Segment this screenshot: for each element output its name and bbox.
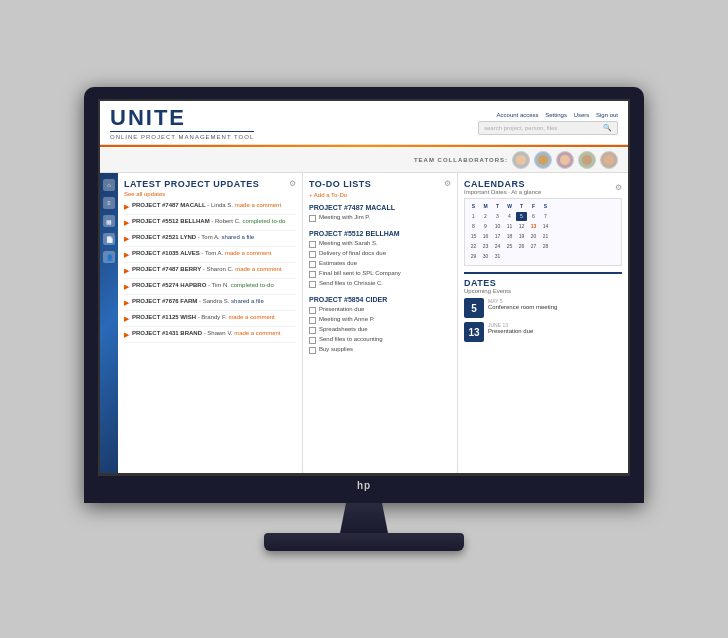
calendar-cell[interactable]: 22 (468, 242, 479, 251)
update-arrow: ▶ (124, 315, 129, 323)
calendar-cell[interactable]: 29 (468, 252, 479, 261)
calendar-subtitle: Important Dates · At a glance (464, 189, 541, 195)
todo-item-text: Final bill sent to SPL Company (319, 270, 401, 278)
calendar-cell[interactable]: 3 (492, 212, 503, 221)
calendar-cell[interactable]: 4 (504, 212, 515, 221)
sidebar-icon-home[interactable]: ⌂ (103, 179, 115, 191)
sidebar-icon-list[interactable]: ≡ (103, 197, 115, 209)
team-bar: TEAM COLLABORATORS: (100, 148, 628, 173)
calendar-cell[interactable]: 28 (540, 242, 551, 251)
calendar-cell[interactable]: 12 (516, 222, 527, 231)
todo-checkbox[interactable] (309, 281, 316, 288)
calendar-cell[interactable]: 6 (528, 212, 539, 221)
todo-item: Estimates due (309, 260, 451, 268)
calendar-cell[interactable]: 31 (492, 252, 503, 261)
calendar-cell[interactable]: 1 (468, 212, 479, 221)
calendar-cell[interactable] (504, 252, 515, 261)
todo-checkbox[interactable] (309, 347, 316, 354)
todo-item-text: Meeting with Anne P. (319, 316, 375, 324)
todo-gear-icon[interactable]: ⚙ (444, 179, 451, 188)
update-arrow: ▶ (124, 331, 129, 339)
calendar-cell[interactable]: 15 (468, 232, 479, 241)
updates-gear-icon[interactable]: ⚙ (289, 179, 296, 188)
calendar-grid: SMTWTFS123456789101112131415161718192021… (464, 198, 622, 266)
todo-item-text: Meeting with Sarah S. (319, 240, 378, 248)
calendar-cell: F (528, 202, 539, 211)
calendar-cell[interactable]: 26 (516, 242, 527, 251)
dates-subtitle: Upcoming Events (464, 288, 622, 294)
calendar-cell[interactable]: 27 (528, 242, 539, 251)
calendar-cell[interactable] (516, 252, 527, 261)
todo-project-title: PROJECT #7487 MACALL (309, 204, 451, 211)
calendar-cell[interactable]: 11 (504, 222, 515, 231)
todo-checkbox[interactable] (309, 327, 316, 334)
todo-checkbox[interactable] (309, 317, 316, 324)
sidebar-icon-file[interactable]: 📄 (103, 233, 115, 245)
calendar-cell[interactable]: 21 (540, 232, 551, 241)
update-item: ▶ PROJECT #5512 BELLHAM - Robert C. comp… (124, 215, 296, 231)
update-item: ▶ PROJECT #7487 BERRY - Sharon C. made a… (124, 263, 296, 279)
calendar-cell[interactable]: 5 (516, 212, 527, 221)
calendar-cell[interactable]: 10 (492, 222, 503, 231)
sidebar-icon-user[interactable]: 👤 (103, 251, 115, 263)
search-icon: 🔍 (603, 124, 612, 132)
todo-panel: TO-DO LISTS ⚙ + Add a To-Do PROJECT #748… (303, 173, 458, 473)
calendar-header: CALENDARS Important Dates · At a glance … (464, 179, 622, 195)
calendar-cell[interactable]: 16 (480, 232, 491, 241)
todo-item-text: Buy supplies (319, 346, 353, 354)
calendar-cell[interactable]: 8 (468, 222, 479, 231)
todo-item-text: Send files to Chrissie C. (319, 280, 383, 288)
calendar-cell[interactable]: 17 (492, 232, 503, 241)
calendar-row: 293031 (468, 252, 618, 261)
calendar-cell[interactable] (540, 252, 551, 261)
update-item: ▶ PROJECT #1125 WISH - Brandy F. made a … (124, 311, 296, 327)
todo-checkbox[interactable] (309, 271, 316, 278)
calendar-cell[interactable]: 20 (528, 232, 539, 241)
date-badge: 13 (464, 322, 484, 342)
todo-item: Meeting with Sarah S. (309, 240, 451, 248)
calendar-cell[interactable]: 2 (480, 212, 491, 221)
hp-logo: hp (357, 480, 371, 491)
sidebar-icon-calendar[interactable]: ▦ (103, 215, 115, 227)
todo-project-title: PROJECT #5512 BELLHAM (309, 230, 451, 237)
monitor-neck (334, 503, 394, 533)
calendar-cell[interactable]: 13 (528, 222, 539, 231)
add-todo-button[interactable]: + Add a To-Do (309, 192, 451, 198)
calendar-cell[interactable]: 19 (516, 232, 527, 241)
avatar-4[interactable] (578, 151, 596, 169)
calendar-cell[interactable]: 25 (504, 242, 515, 251)
signout-link[interactable]: Sign out (596, 112, 618, 118)
dates-title: DATES (464, 278, 622, 288)
updates-subtitle[interactable]: See all updates (124, 191, 259, 197)
calendar-cell[interactable]: 24 (492, 242, 503, 251)
settings-link[interactable]: Settings (545, 112, 567, 118)
calendar-cell[interactable]: 7 (540, 212, 551, 221)
calendar-cell[interactable]: 18 (504, 232, 515, 241)
calendar-cell[interactable]: 30 (480, 252, 491, 261)
calendar-gear-icon[interactable]: ⚙ (615, 183, 622, 192)
calendar-cell[interactable] (528, 252, 539, 261)
todo-checkbox[interactable] (309, 251, 316, 258)
date-info: MAY 5 Conference room meeting (488, 298, 557, 310)
update-text: PROJECT #7487 MACALL - Linda S. made a c… (132, 202, 281, 210)
avatar-2[interactable] (534, 151, 552, 169)
date-info: JUNE 13 Presentation due (488, 322, 533, 334)
avatar-3[interactable] (556, 151, 574, 169)
users-link[interactable]: Users (574, 112, 590, 118)
todo-checkbox[interactable] (309, 307, 316, 314)
calendar-cell[interactable]: 14 (540, 222, 551, 231)
calendar-cell[interactable]: 23 (480, 242, 491, 251)
updates-header-left: LATEST PROJECT UPDATES See all updates (124, 179, 259, 197)
avatar-5[interactable] (600, 151, 618, 169)
search-bar[interactable]: search project, person, files 🔍 (478, 121, 618, 135)
todo-checkbox[interactable] (309, 337, 316, 344)
todo-checkbox[interactable] (309, 215, 316, 222)
todo-checkbox[interactable] (309, 261, 316, 268)
update-arrow: ▶ (124, 203, 129, 211)
avatar-1[interactable] (512, 151, 530, 169)
calendar-cell: S (468, 202, 479, 211)
calendar-cell[interactable]: 9 (480, 222, 491, 231)
todo-checkbox[interactable] (309, 241, 316, 248)
todo-item-text: Meeting with Jim P. (319, 214, 370, 222)
account-link[interactable]: Account access (497, 112, 539, 118)
